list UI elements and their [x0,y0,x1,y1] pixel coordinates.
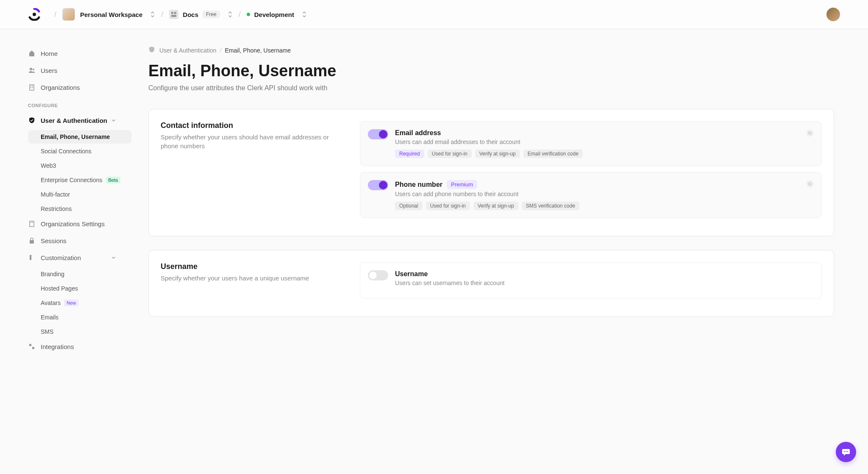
status-dot-icon [247,13,250,16]
tag: Optional [395,202,423,210]
svg-rect-9 [31,87,31,88]
breadcrumb-separator: / [220,47,222,54]
plan-badge: Free [203,11,220,18]
premium-badge: Premium [447,180,477,189]
option-description: Users can add phone numbers to their acc… [395,191,814,197]
user-avatar[interactable] [826,8,840,21]
gear-icon[interactable] [806,129,814,139]
svg-rect-1 [171,12,173,14]
sidebar-subitem-hosted-pages[interactable]: Hosted Pages [28,282,131,295]
phone-toggle[interactable] [368,180,388,190]
option-title: Email address [395,129,814,137]
sidebar-subitem-label: Avatars [41,299,61,306]
option-description: Users can add email addresses to their a… [395,139,814,145]
toggle-knob [369,271,377,280]
contact-info-card: Contact information Specify whether your… [148,109,834,236]
sidebar-submenu-user-auth: Email, Phone, Username Social Connection… [28,130,131,216]
chevron-updown-icon [228,11,233,18]
sidebar-item-integrations[interactable]: Integrations [28,339,131,354]
palette-icon [28,254,36,261]
sidebar-subitem-restrictions[interactable]: Restrictions [28,202,131,216]
svg-rect-3 [171,15,176,17]
breadcrumb-separator: / [239,10,241,19]
phone-option: Phone number Premium Users can add phone… [360,172,822,218]
workspace-name: Personal Workspace [80,11,142,18]
email-toggle[interactable] [368,129,388,139]
svg-rect-15 [29,344,31,346]
sidebar-subitem-label: Email, Phone, Username [41,133,110,140]
sidebar-subitem-sms[interactable]: SMS [28,325,131,338]
breadcrumb-separator: / [54,10,56,19]
sidebar-item-user-auth[interactable]: User & Authentication [28,113,131,128]
sidebar-subitem-label: Enterprise Connections [41,177,103,183]
svg-rect-10 [32,87,33,88]
home-icon [28,50,36,57]
workspace-avatar [62,8,75,21]
sidebar-item-users[interactable]: Users [28,63,131,78]
sidebar-item-label: Organizations [41,84,80,91]
option-title: Phone number [395,181,442,188]
logo[interactable] [28,8,41,21]
environment-selector[interactable]: Development [247,11,307,18]
sidebar-item-org-settings[interactable]: Organizations Settings [28,216,131,231]
sidebar-subitem-multifactor[interactable]: Multi-factor [28,188,131,201]
sidebar-subitem-web3[interactable]: Web3 [28,159,131,172]
svg-rect-7 [31,86,31,86]
workspace-selector[interactable]: Personal Workspace [62,8,155,21]
card-title: Username [161,262,347,271]
page-subtitle: Configure the user attributes the Clerk … [148,84,834,92]
sidebar-subitem-avatars[interactable]: Avatars New [28,296,131,310]
chevron-down-icon [111,255,116,260]
breadcrumb-separator: / [161,10,163,19]
sidebar-subitem-label: SMS [41,328,53,335]
header: / Personal Workspace / Docs Free / Devel… [0,0,868,29]
page-title: Email, Phone, Username [148,62,834,80]
sidebar: Home Users Organizations CONFIGURE User … [0,29,131,373]
users-icon [28,67,36,74]
sidebar-subitem-branding[interactable]: Branding [28,267,131,281]
sidebar-item-label: Customization [41,254,81,261]
main-content: User & Authentication / Email, Phone, Us… [131,29,868,373]
building-icon [28,220,36,227]
shield-icon [28,116,36,124]
sidebar-item-home[interactable]: Home [28,46,131,61]
sidebar-subitem-emails[interactable]: Emails [28,310,131,324]
svg-point-5 [33,69,34,70]
sidebar-subitem-email-phone-username[interactable]: Email, Phone, Username [28,130,131,144]
new-badge: New [64,299,78,306]
email-tags: Required Used for sign-in Verify at sign… [395,150,814,158]
environment-name: Development [254,11,294,18]
svg-rect-11 [30,221,34,227]
app-name: Docs [183,11,198,18]
lock-icon [28,237,36,244]
sidebar-item-organizations[interactable]: Organizations [28,80,131,94]
tag: SMS verification code [522,202,579,210]
svg-point-0 [33,13,36,16]
svg-rect-6 [30,85,34,90]
app-icon [169,10,178,19]
shield-icon [148,46,155,54]
sidebar-item-label: Organizations Settings [41,220,105,227]
app-selector[interactable]: Docs Free [169,10,232,19]
sidebar-subitem-label: Branding [41,271,64,277]
svg-rect-14 [30,240,34,244]
breadcrumb-parent[interactable]: User & Authentication [159,47,217,54]
sidebar-item-sessions[interactable]: Sessions [28,233,131,248]
card-description: Specify whether your users have a unique… [161,274,347,283]
gear-icon[interactable] [806,180,814,189]
username-toggle[interactable] [368,270,388,280]
svg-point-17 [809,132,811,134]
svg-point-4 [30,68,32,70]
username-option: Username Users can set usernames to thei… [360,262,822,299]
sidebar-subitem-social-connections[interactable]: Social Connections [28,144,131,158]
chevron-updown-icon [302,11,307,18]
sidebar-subitem-label: Social Connections [41,148,92,155]
chevron-down-icon [111,118,116,123]
sidebar-item-label: Sessions [41,237,67,244]
sidebar-item-customization[interactable]: Customization [28,250,131,265]
email-option: Email address Users can add email addres… [360,121,822,166]
card-description: Specify whether your users should have e… [161,133,347,150]
sidebar-subitem-enterprise[interactable]: Enterprise Connections Beta [28,173,131,187]
sidebar-subitem-label: Hosted Pages [41,285,78,292]
option-description: Users can set usernames to their account [395,280,814,286]
